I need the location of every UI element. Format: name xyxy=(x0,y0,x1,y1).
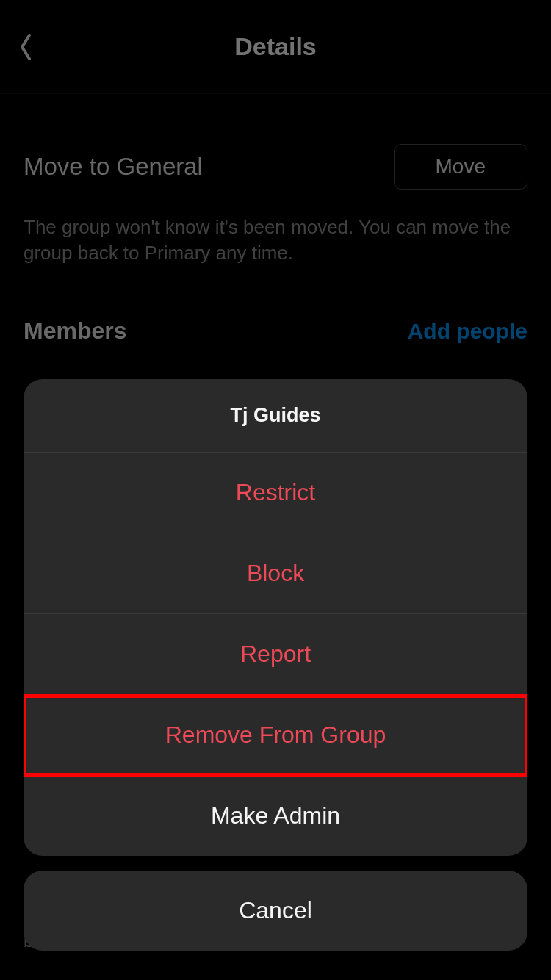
action-sheet: Tj Guides Restrict Block Report Remove F… xyxy=(24,379,527,951)
block-button[interactable]: Block xyxy=(24,533,527,614)
action-sheet-group: Tj Guides Restrict Block Report Remove F… xyxy=(24,379,527,856)
remove-from-group-button[interactable]: Remove From Group xyxy=(24,695,527,776)
report-button[interactable]: Report xyxy=(24,614,527,695)
make-admin-button[interactable]: Make Admin xyxy=(24,776,527,856)
cancel-button[interactable]: Cancel xyxy=(24,871,527,951)
action-sheet-title: Tj Guides xyxy=(24,379,527,453)
restrict-button[interactable]: Restrict xyxy=(24,453,527,533)
details-page: Details Move to General Move The group w… xyxy=(0,0,551,980)
